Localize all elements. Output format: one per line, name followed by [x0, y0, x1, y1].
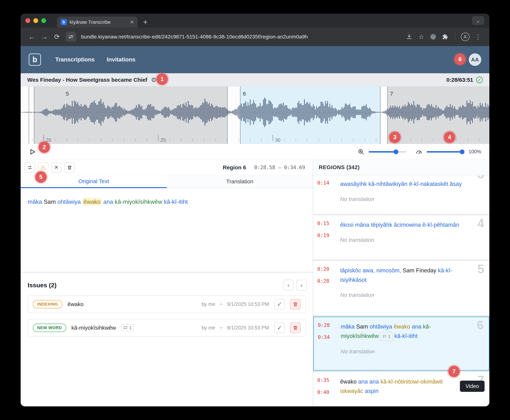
word: Sam — [356, 323, 368, 330]
speed-slider-knob[interactable] — [460, 150, 464, 154]
tab-translation[interactable]: Translation — [167, 175, 313, 188]
region-start-time: 0:15 — [317, 220, 329, 226]
word[interactable]: mâka — [28, 198, 42, 205]
issue-flag-button[interactable] — [38, 162, 48, 173]
word: aspin — [365, 388, 379, 394]
issues-next-button[interactable]: › — [296, 280, 307, 290]
clear-selection-button[interactable]: ✕ — [51, 162, 62, 173]
play-button[interactable] — [29, 148, 36, 156]
meta-separator: • — [220, 325, 222, 330]
comment-count-chip[interactable]: 1 — [121, 324, 134, 331]
browser-toolbar: ← → ⟳ bundle.kiyanaw.net/transcribe-edit… — [21, 28, 489, 46]
browser-tab-strip: b kiyânaw Transcribe ✕ + ⌄ — [21, 14, 489, 28]
browser-profile-button[interactable] — [461, 33, 470, 41]
back-button[interactable]: ← — [26, 33, 38, 41]
comment-bubble-icon — [383, 334, 386, 338]
annotation-badge-1: 1 — [156, 74, 168, 85]
settings-gear-icon[interactable]: ⚙ — [151, 77, 156, 83]
word-indexing-issue[interactable]: êwako — [82, 198, 102, 205]
issue-date: 9/1/2025 10:53 PM — [227, 325, 269, 331]
app-logo[interactable]: b — [29, 53, 41, 66]
word[interactable]: Sam — [44, 198, 56, 205]
transcript-editor[interactable]: mâka Sam ohtâwiya êwako ana kâ-miyokîsih… — [21, 188, 313, 273]
region-translation-placeholder: No translation — [340, 196, 467, 202]
word: ana — [412, 323, 421, 330]
issues-header: Issues (2) ‹ › — [21, 273, 313, 296]
speed-gauge-icon[interactable] — [415, 148, 423, 156]
nav-invitations[interactable]: Invitations — [107, 56, 135, 63]
zoom-slider[interactable] — [369, 151, 406, 153]
user-avatar[interactable]: AA — [469, 53, 481, 66]
region-card-7[interactable]: 0:35 0:40 7 êwako ana ana kâ-kî-nôtinito… — [313, 372, 489, 406]
extension-dot — [430, 34, 436, 40]
region-card-3[interactable]: 0:14 3 awasâyihk kâ-nihtâwikiyân ê-kî-na… — [313, 175, 489, 214]
current-region-time-range: 0:28.58 – 0:34.69 — [254, 165, 305, 170]
word: âcimowina — [394, 222, 421, 228]
word: ana — [369, 378, 379, 385]
window-close-button[interactable] — [25, 18, 30, 23]
region-number: 3 — [477, 175, 484, 180]
comment-count: 1 — [388, 333, 390, 340]
replay-region-button[interactable] — [25, 162, 35, 173]
region-card-5[interactable]: 0:20 0:28 5 tâpiskôc awa, nimosôm, Sam F… — [313, 261, 489, 315]
pinned-extension-icon[interactable] — [430, 34, 436, 40]
zoom-slider-knob[interactable] — [394, 150, 398, 154]
site-favicon: b — [61, 19, 67, 25]
waveform-panel[interactable]: 2025303540 5 6 7 — [21, 87, 489, 144]
speed-value-label: 100% — [469, 149, 481, 155]
region-card-4[interactable]: 0:15 0:19 4 êkosi mâna têpiyâhk âcimowin… — [313, 215, 489, 260]
browser-menu-kebab-icon[interactable]: ⋮ — [475, 33, 481, 40]
delete-issue-button[interactable] — [290, 322, 301, 333]
resolve-issue-button[interactable]: ✓ — [274, 299, 285, 310]
window-zoom-button[interactable] — [41, 18, 46, 23]
browser-tab[interactable]: b kiyânaw Transcribe ✕ — [57, 16, 138, 28]
extensions-puzzle-icon[interactable] — [442, 34, 448, 40]
new-tab-button[interactable]: + — [143, 18, 148, 26]
comment-count: 1 — [129, 325, 131, 330]
word: âsay — [450, 181, 462, 187]
annotation-badge-4: 4 — [444, 132, 455, 143]
tab-close-icon[interactable]: ✕ — [130, 19, 134, 25]
issues-prev-button[interactable]: ‹ — [283, 280, 294, 290]
nav-transcriptions[interactable]: Transcriptions — [55, 56, 95, 63]
region-text: awasâyihk kâ-nihtâwikiyân ê-kî-nakataskê… — [340, 179, 467, 189]
word: tâpiskôc — [340, 267, 361, 274]
waveform-canvas[interactable]: 2025303540 — [21, 87, 489, 144]
region-start-time: 0:20 — [317, 266, 329, 272]
delete-region-button[interactable] — [64, 162, 75, 173]
install-download-icon[interactable] — [406, 34, 412, 40]
word[interactable]: kâ-kî-itiht — [164, 198, 188, 205]
annotation-badge-7: 7 — [448, 366, 460, 377]
zoom-in-icon[interactable] — [358, 148, 365, 155]
reload-button[interactable]: ⟳ — [51, 33, 63, 41]
region-times: 0:20 0:28 — [317, 266, 329, 284]
word: ohtâwiya — [370, 323, 392, 330]
delete-issue-button[interactable] — [290, 299, 301, 310]
issue-card[interactable]: NEW WORD kâ-miyokîsihkwêw 1 by me • 9/1/… — [28, 319, 306, 337]
window-minimize-button[interactable] — [33, 18, 38, 23]
region-card-6-selected[interactable]: 0:28 0:34 6 mâka Sam ohtâwiya êwako ana … — [313, 316, 489, 371]
resolve-issue-button[interactable]: ✓ — [274, 322, 285, 333]
word-indexing-issue: iskwayâc — [340, 388, 363, 394]
issue-author: by me — [202, 325, 215, 331]
word[interactable]: ohtâwiya — [57, 198, 81, 205]
waveform-region-label-6: 6 — [243, 90, 246, 97]
video-button[interactable]: Video — [460, 381, 485, 392]
issues-pagination: ‹ › — [283, 280, 307, 290]
forward-button[interactable]: → — [39, 33, 50, 41]
word[interactable]: ana — [103, 198, 113, 205]
tab-search-button[interactable]: ⌄ — [472, 16, 484, 25]
url-text[interactable]: bundle.kiyanaw.net/transcribe-edit/242c9… — [81, 34, 308, 40]
region-end-time: 0:28 — [317, 278, 329, 284]
issue-card[interactable]: INDEXING êwako by me • 9/1/2025 10:53 PM… — [28, 296, 306, 313]
speed-slider[interactable] — [427, 151, 464, 153]
window-controls — [25, 14, 49, 28]
regions-list[interactable]: 0:14 3 awasâyihk kâ-nihtâwikiyân ê-kî-na… — [313, 175, 489, 406]
annotation-badge-5: 5 — [35, 171, 46, 183]
region-translation-placeholder: No translation — [341, 348, 467, 355]
region-end-time: 0:14 — [317, 180, 329, 186]
bookmark-star-icon[interactable]: ☆ — [419, 33, 424, 40]
word-new-word[interactable]: kâ-miyokîsihkwêw — [115, 198, 162, 205]
site-info-button[interactable] — [66, 32, 76, 42]
comment-count-chip[interactable]: 1 — [380, 332, 393, 341]
